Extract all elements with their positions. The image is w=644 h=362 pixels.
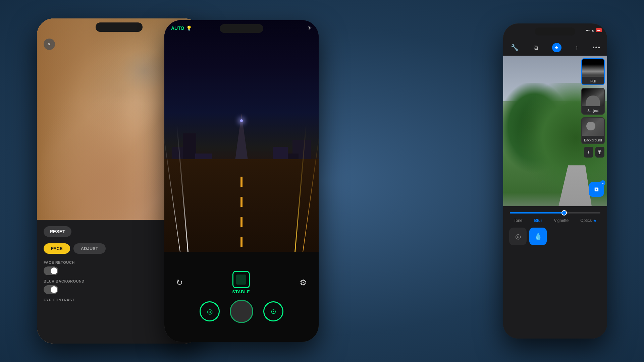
tab-tone[interactable]: Tone	[514, 218, 522, 223]
favorites-button[interactable]: ★	[552, 43, 561, 52]
blur-slider-fill	[510, 212, 564, 214]
battery-icon: ▬	[596, 28, 602, 32]
blur-slider-row	[510, 212, 600, 214]
blur-slider-track	[510, 212, 600, 214]
blur-slider-thumb[interactable]	[561, 210, 567, 216]
status-bar-center: AUTO 💡 ☀	[171, 25, 312, 31]
thumbnail-subject[interactable]: Subject	[581, 88, 605, 115]
settings-icon[interactable]: ⚙	[300, 278, 307, 287]
stable-frame	[232, 271, 250, 288]
shutter-button[interactable]	[230, 300, 253, 323]
camera-bottom-bar: ↻ STABLE ⚙ ◎ ⊙	[164, 252, 319, 342]
layers-button[interactable]: ⧉ ★	[589, 182, 604, 197]
close-button[interactable]: ×	[44, 39, 55, 50]
effect-drop-icon[interactable]: 💧	[529, 228, 547, 245]
effect-icons-row: ◎ 💧	[506, 226, 604, 246]
effect-circle-icon[interactable]: ◎	[509, 228, 527, 245]
dial-icon-2[interactable]: ⊙	[263, 301, 283, 321]
thumb-full-label: Full	[582, 79, 604, 83]
optics-badge: ★	[593, 218, 597, 223]
stable-label: STABLE	[232, 290, 250, 294]
delete-thumb-button[interactable]: 🗑	[595, 147, 605, 158]
tools-icon[interactable]: 🔧	[509, 43, 520, 53]
face-retouch-toggle[interactable]	[44, 266, 58, 275]
tab-adjust[interactable]: ADJUST	[73, 243, 106, 254]
dial-icon[interactable]: ◎	[200, 301, 220, 321]
signal-icon: ▪▪▪	[586, 28, 590, 32]
thumb-bg-label: Background	[582, 138, 604, 142]
camera-controls-row: ↻ STABLE ⚙	[176, 271, 307, 294]
right-panel-bottom: Tone Blur Vignette Optics ★ ◎ 💧	[503, 206, 607, 339]
more-icon[interactable]: •••	[592, 44, 601, 51]
wifi-icon: ▲	[591, 28, 595, 32]
phone-right: ▪▪▪ ▲ ▬ 🔧 ⧉ ★ ↑ •••	[503, 23, 607, 339]
notch-left	[96, 22, 143, 32]
city-photo	[164, 20, 319, 252]
layers-star-badge: ★	[600, 180, 605, 186]
refresh-icon[interactable]: ↻	[176, 278, 183, 287]
shutter-row: ◎ ⊙	[200, 300, 283, 323]
tab-blur[interactable]: Blur	[534, 218, 542, 223]
thumb-subject-label: Subject	[582, 109, 604, 113]
add-thumb-button[interactable]: +	[584, 147, 593, 158]
status-icons: ▪▪▪ ▲ ▬	[586, 28, 602, 32]
thumb-bg-image	[582, 118, 604, 136]
top-toolbar: 🔧 ⧉ ★ ↑ •••	[503, 40, 607, 56]
stable-inner	[236, 275, 246, 285]
tab-vignette[interactable]: Vignette	[554, 218, 569, 223]
status-bar-right: ▪▪▪ ▲ ▬	[508, 28, 602, 32]
layers-icon-inner: ⧉	[594, 186, 599, 193]
layers-icon[interactable]: ⧉	[532, 43, 539, 53]
stable-button[interactable]: STABLE	[232, 271, 250, 294]
thumbnail-panel: Full Subject Background + 🗑	[579, 56, 607, 160]
bottom-tabs-row: Tone Blur Vignette Optics ★	[506, 216, 604, 225]
phone-center: AUTO 💡 ☀ ↻	[164, 20, 319, 342]
thumb-subject-image	[582, 88, 604, 106]
blur-bg-toggle[interactable]	[44, 285, 58, 294]
auto-label: AUTO	[171, 25, 184, 31]
share-icon[interactable]: ↑	[574, 43, 580, 53]
main-scene: × EXP RESET ↩ FACE ADJUST FACE RETOUCH B…	[0, 0, 644, 362]
reset-button[interactable]: RESET	[44, 226, 71, 237]
tower-light	[240, 119, 243, 122]
thumbnail-full[interactable]: Full	[581, 58, 605, 85]
thumbnail-background[interactable]: Background	[581, 117, 605, 144]
bulb-icon: 💡	[186, 25, 192, 31]
thumb-full-image	[582, 59, 604, 77]
thumb-add-del-row: + 🗑	[581, 147, 604, 158]
tab-optics[interactable]: Optics ★	[580, 218, 596, 223]
right-screen: ▪▪▪ ▲ ▬ 🔧 ⧉ ★ ↑ •••	[503, 23, 607, 339]
auto-indicator: AUTO 💡	[171, 25, 192, 31]
brightness-icon: ☀	[307, 25, 312, 31]
tab-face[interactable]: FACE	[44, 243, 70, 254]
